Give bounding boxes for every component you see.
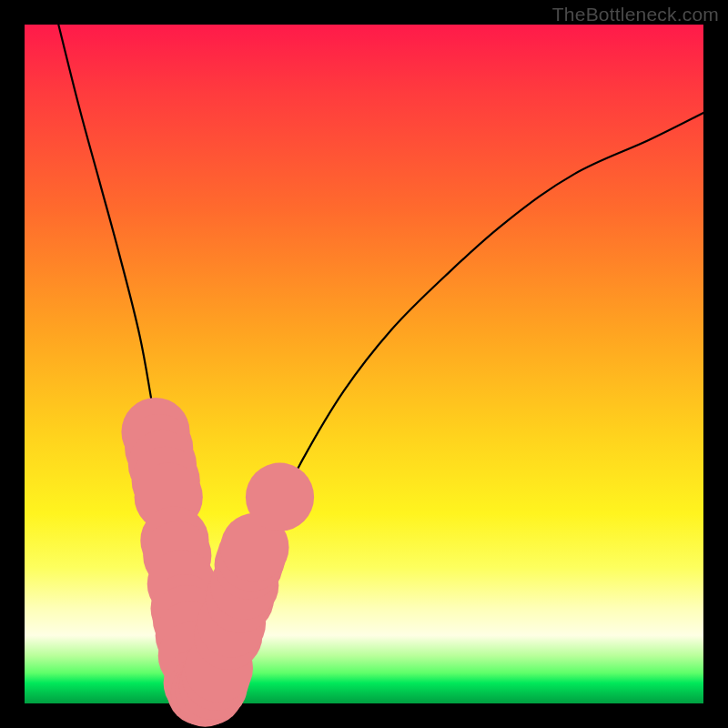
watermark-text: TheBottleneck.com — [552, 4, 719, 25]
chart-frame: TheBottleneck.com — [0, 0, 728, 728]
marker-point — [246, 463, 314, 531]
chart-plot-area — [25, 25, 703, 703]
highlighted-points — [121, 398, 314, 727]
chart-svg — [25, 25, 703, 703]
